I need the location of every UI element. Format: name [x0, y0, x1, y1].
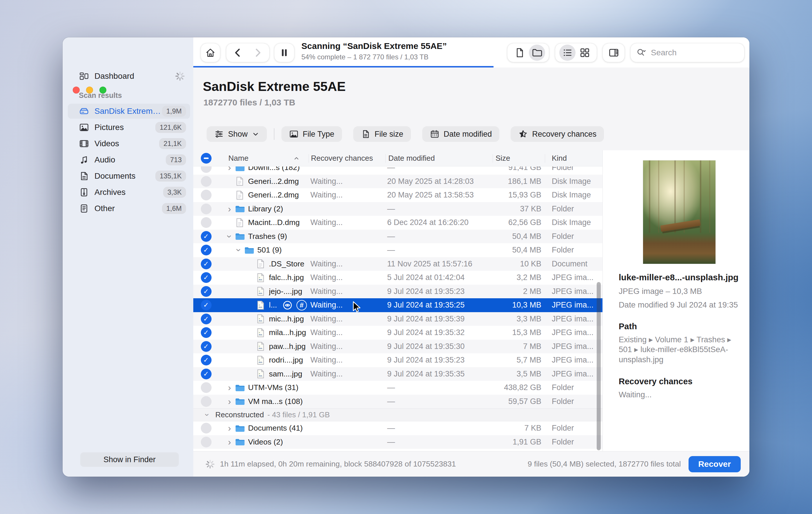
- table-row[interactable]: › Library (2) — 37 KB Folder: [193, 202, 603, 216]
- filter-button-file-type[interactable]: File Type: [281, 126, 342, 142]
- table-row[interactable]: › 501 (9) — 50,4 MB Folder: [193, 243, 603, 257]
- disclosure-chevron-icon[interactable]: ›: [225, 231, 234, 241]
- sidebar-item-dashboard[interactable]: Dashboard: [68, 69, 190, 84]
- forward-icon[interactable]: [252, 47, 263, 59]
- column-header-date[interactable]: Date modified: [385, 154, 493, 163]
- column-header-recovery[interactable]: Recovery chances: [309, 154, 385, 163]
- recover-button[interactable]: Recover: [689, 456, 741, 472]
- filter-button-date-modified[interactable]: Date modified: [422, 126, 500, 142]
- kind-cell: JPEG ima...: [545, 342, 603, 351]
- filter-button-file-size[interactable]: File size: [353, 126, 411, 142]
- table-row[interactable]: mila...h.jpg Waiting... 9 Jul 2024 at 19…: [193, 326, 603, 340]
- sidebar-item-documents[interactable]: Documents 135,1K: [68, 169, 190, 184]
- row-checkbox[interactable]: [201, 355, 211, 365]
- row-checkbox[interactable]: [201, 190, 211, 201]
- table-row[interactable]: › Documents (41) — 7 KB Folder: [193, 421, 603, 435]
- table-row[interactable]: Generi...2.dmg Waiting... 20 May 2025 at…: [193, 188, 603, 202]
- column-header-size[interactable]: Size: [493, 154, 545, 163]
- row-checkbox[interactable]: [201, 231, 211, 242]
- date-modified-cell: —: [385, 383, 493, 392]
- sidebar-item-other[interactable]: Other 1,6M: [68, 201, 190, 216]
- preview-panel-toggle[interactable]: [603, 43, 625, 62]
- disclosure-chevron-icon[interactable]: ›: [225, 424, 234, 433]
- folder-icon: [234, 423, 245, 433]
- sidebar-item-archives[interactable]: Archives 3,3K: [68, 185, 190, 200]
- disclosure-chevron-icon[interactable]: ›: [225, 437, 234, 447]
- archives-icon: [79, 187, 89, 198]
- sidebar-item-videos[interactable]: Videos 21,1K: [68, 136, 190, 151]
- home-button[interactable]: [201, 43, 220, 62]
- row-checkbox[interactable]: [201, 286, 211, 297]
- table-row[interactable]: › UTM-VMs (31) — 438,82 GB Folder: [193, 381, 603, 395]
- table-row[interactable]: › Videos (2) — 1,91 GB Folder: [193, 435, 603, 449]
- table-row[interactable]: mic...h.jpg Waiting... 9 Jul 2024 at 19:…: [193, 312, 603, 326]
- detail-recovery-label: Recovery chances: [619, 377, 740, 386]
- table-row[interactable]: falc...h.jpg Waiting... 5 Jul 2024 at 01…: [193, 271, 603, 285]
- disclosure-chevron-icon[interactable]: ›: [234, 245, 243, 255]
- table-row[interactable]: Macint...D.dmg Waiting... 6 Dec 2024 at …: [193, 216, 603, 230]
- row-checkbox[interactable]: [201, 369, 211, 379]
- row-checkbox[interactable]: [201, 217, 211, 228]
- show-filter-button[interactable]: Show: [207, 126, 267, 142]
- reconstructed-section-header[interactable]: › Reconstructed - 43 files / 1,91 GB: [193, 408, 603, 421]
- filter-button-recovery-chances[interactable]: Recovery chances: [511, 126, 604, 142]
- page-icon: [361, 129, 371, 139]
- row-checkbox[interactable]: [201, 396, 211, 407]
- sidebar-item-pictures[interactable]: Pictures 121,6K: [68, 120, 190, 135]
- table-row[interactable]: paw...h.jpg Waiting... 9 Jul 2024 at 19:…: [193, 340, 603, 354]
- table-row[interactable]: › VM ma...s (108) — 59,57 GB Folder: [193, 395, 603, 409]
- row-checkbox[interactable]: [201, 423, 211, 433]
- desktop-wallpaper: Dashboard Scan results SanDisk Extreme..…: [0, 0, 812, 514]
- show-in-finder-button[interactable]: Show in Finder: [80, 452, 179, 467]
- content-body: Name Recovery chances Date modified Size…: [193, 150, 749, 451]
- grid-view-button[interactable]: [576, 43, 593, 62]
- other-icon: [79, 203, 89, 214]
- row-checkbox[interactable]: [201, 204, 211, 214]
- sidebar-item-label: SanDisk Extreme...: [94, 107, 162, 116]
- scan-elapsed-text: 1h 11m elapsed, 0h 20m remaining, block …: [220, 459, 456, 468]
- search-field[interactable]: [631, 43, 744, 62]
- select-all-checkbox[interactable]: [201, 153, 211, 163]
- file-name: VM ma...s (108): [248, 397, 303, 406]
- table-row[interactable]: rodri....jpg Waiting... 9 Jul 2024 at 19…: [193, 353, 603, 367]
- date-modified-cell: 6 Dec 2024 at 16:26:20: [385, 218, 493, 227]
- back-icon[interactable]: [232, 47, 244, 59]
- table-row[interactable]: l... # Waiting... 9 Jul 2024 at 19:35:25…: [193, 298, 603, 312]
- table-row[interactable]: .DS_Store Waiting... 11 Nov 2025 at 15:5…: [193, 257, 603, 271]
- pause-scan-button[interactable]: [274, 43, 294, 62]
- folder-view-button[interactable]: [528, 43, 546, 62]
- document-view-button[interactable]: [511, 43, 528, 62]
- row-checkbox[interactable]: [201, 341, 211, 352]
- row-checkbox[interactable]: [201, 245, 211, 255]
- row-checkbox[interactable]: [201, 382, 211, 393]
- disclosure-chevron-icon[interactable]: ›: [225, 397, 234, 406]
- table-row[interactable]: jejo-....jpg Waiting... 9 Jul 2024 at 19…: [193, 285, 603, 299]
- sidebar-item-audio[interactable]: Audio 713: [68, 152, 190, 168]
- list-view-button[interactable]: [559, 43, 576, 62]
- disclosure-chevron-icon[interactable]: ›: [225, 383, 234, 392]
- row-checkbox[interactable]: [201, 176, 211, 187]
- row-checkbox[interactable]: [201, 437, 211, 447]
- vertical-scrollbar[interactable]: [597, 282, 601, 450]
- documents-icon: [79, 171, 89, 181]
- search-input[interactable]: [650, 48, 739, 58]
- star-icon: [518, 129, 528, 139]
- column-header-kind[interactable]: Kind: [545, 154, 603, 163]
- row-checkbox[interactable]: [201, 300, 211, 310]
- row-checkbox[interactable]: [201, 313, 211, 324]
- hash-icon[interactable]: #: [296, 300, 307, 310]
- row-checkbox[interactable]: [201, 259, 211, 269]
- table-row[interactable]: Generi...2.dmg Waiting... 20 May 2025 at…: [193, 175, 603, 188]
- column-header-name[interactable]: Name: [219, 154, 309, 163]
- table-row[interactable]: sam....jpg Waiting... 9 Jul 2024 at 19:3…: [193, 367, 603, 381]
- preview-eye-icon[interactable]: [282, 300, 293, 310]
- row-checkbox[interactable]: [201, 272, 211, 283]
- size-cell: 5,7 MB: [493, 356, 545, 365]
- home-icon: [205, 47, 216, 59]
- sidebar-item-count: 713: [166, 154, 186, 165]
- row-checkbox[interactable]: [201, 327, 211, 338]
- disclosure-chevron-icon[interactable]: ›: [225, 205, 234, 213]
- sliders-icon: [214, 129, 224, 139]
- sidebar-item-sandisk-extreme-[interactable]: SanDisk Extreme... 1,9M: [68, 104, 190, 119]
- table-row[interactable]: › Trashes (9) — 50,4 MB Folder: [193, 230, 603, 244]
